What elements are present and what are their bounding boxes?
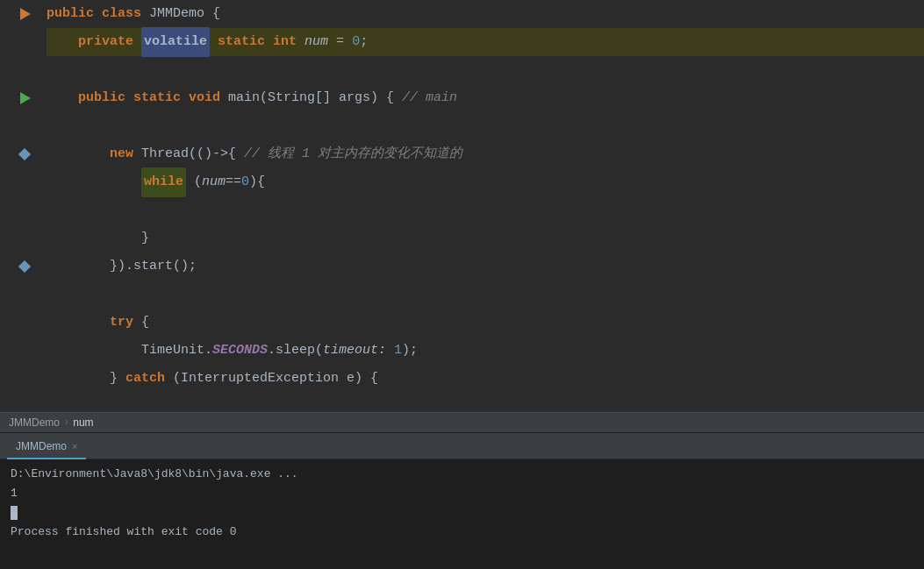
code-token: try (110, 309, 133, 337)
cursor-block (11, 506, 18, 520)
gutter-row (32, 28, 36, 56)
code-token (47, 84, 78, 112)
terminal-tabs: JMMDemo × (0, 435, 924, 459)
gutter-row (20, 84, 36, 112)
code-token: num (202, 168, 226, 196)
code-line: } (47, 224, 924, 252)
code-token: catch (125, 365, 165, 393)
code-token: == (226, 168, 241, 196)
terminal-output-1: 1 (11, 484, 913, 503)
code-token: while (141, 167, 186, 197)
code-token: num (304, 28, 328, 56)
code-line (47, 281, 924, 309)
gutter-row (32, 196, 36, 224)
terminal-path-line: D:\Environment\Java8\jdk8\bin\java.exe .… (11, 465, 913, 484)
code-token: ( (186, 168, 202, 196)
code-token: .sleep( (268, 337, 323, 365)
code-token: JMMDemo (149, 0, 212, 28)
code-token: new (110, 140, 141, 168)
code-token: ; (360, 28, 368, 56)
terminal-tab-jmmdemo[interactable]: JMMDemo × (7, 435, 86, 459)
code-token: public (47, 0, 102, 28)
gutter-row (32, 365, 36, 393)
gutter-row (32, 56, 36, 84)
code-token: int (273, 28, 304, 56)
code-line: public static void main(String[] args) {… (47, 84, 924, 112)
code-token: (String[] args) { (260, 84, 402, 112)
code-token: private (78, 28, 141, 56)
code-lines[interactable]: public class JMMDemo { private volatile … (39, 0, 924, 412)
code-token: static (133, 84, 189, 112)
code-line: public class JMMDemo { (47, 0, 924, 28)
code-line: TimeUnit.SECONDS.sleep(timeout: 1); (47, 337, 924, 365)
gutter-row (32, 281, 36, 309)
code-token: { (133, 309, 149, 337)
code-token: (InterruptedException e) { (165, 365, 378, 393)
code-token (47, 28, 78, 56)
gutter-row (32, 224, 36, 252)
code-line (47, 112, 924, 140)
code-token: } (47, 365, 125, 393)
breadcrumb-item-1[interactable]: JMMDemo (9, 416, 60, 429)
terminal-tab-label: JMMDemo (16, 440, 67, 452)
code-token: ); (402, 337, 418, 365)
code-token: 0 (352, 28, 360, 56)
code-token: } (47, 224, 149, 252)
code-token: = (328, 28, 352, 56)
close-icon[interactable]: × (72, 441, 77, 452)
code-line: try { (47, 309, 924, 337)
breadcrumb-bar: JMMDemo › num (0, 412, 924, 433)
terminal-exit-line: Process finished with exit code 0 (11, 523, 913, 542)
code-token (210, 28, 218, 56)
bookmark-icon (18, 260, 31, 273)
code-token (47, 140, 110, 168)
code-token: static (218, 28, 273, 56)
terminal-content: D:\Environment\Java8\jdk8\bin\java.exe .… (0, 459, 924, 569)
code-token: 0 (241, 168, 249, 196)
code-line: new Thread(()->{ // 线程 1 对主内存的变化不知道的 (47, 140, 924, 168)
code-token: public (78, 84, 133, 112)
code-line: while (num==0){ (47, 168, 924, 196)
code-token: void (189, 84, 228, 112)
code-token: main (228, 84, 260, 112)
code-token: class (102, 0, 149, 28)
arrow-green-icon (20, 92, 31, 104)
arrow-right-icon (20, 8, 31, 20)
gutter-row (32, 309, 36, 337)
terminal-area: JMMDemo × D:\Environment\Java8\jdk8\bin\… (0, 433, 924, 569)
code-token: ){ (249, 168, 265, 196)
code-line (47, 56, 924, 84)
code-container: public class JMMDemo { private volatile … (0, 0, 924, 412)
code-line: }).start(); (47, 252, 924, 281)
code-line (47, 196, 924, 224)
left-gutter (0, 0, 39, 412)
code-line: private volatile static int num = 0; (47, 28, 924, 56)
code-token: volatile (141, 27, 210, 57)
code-line: } catch (InterruptedException e) { (47, 365, 924, 393)
code-token: 1 (386, 337, 402, 365)
code-token (47, 168, 141, 196)
gutter-row (32, 337, 36, 365)
code-token: // 线程 1 对主内存的变化不知道的 (244, 140, 462, 168)
gutter-row (20, 140, 36, 168)
code-token: timeout: (323, 337, 386, 365)
gutter-row (32, 112, 36, 140)
code-token: }).start(); (47, 252, 197, 281)
gutter-row (32, 168, 36, 196)
gutter-row (20, 0, 36, 28)
editor-area: public class JMMDemo { private volatile … (0, 0, 924, 412)
code-token: // main (402, 84, 457, 112)
code-token: SECONDS (212, 337, 268, 365)
code-token (47, 309, 110, 337)
code-token: Thread(()->{ (141, 140, 244, 168)
code-token: TimeUnit. (47, 337, 212, 365)
terminal-cursor-line (11, 503, 913, 523)
gutter-row (20, 252, 36, 281)
code-token: { (212, 0, 220, 28)
bookmark-icon (18, 148, 31, 160)
breadcrumb-separator: › (63, 416, 69, 429)
breadcrumb-item-2[interactable]: num (73, 416, 93, 429)
